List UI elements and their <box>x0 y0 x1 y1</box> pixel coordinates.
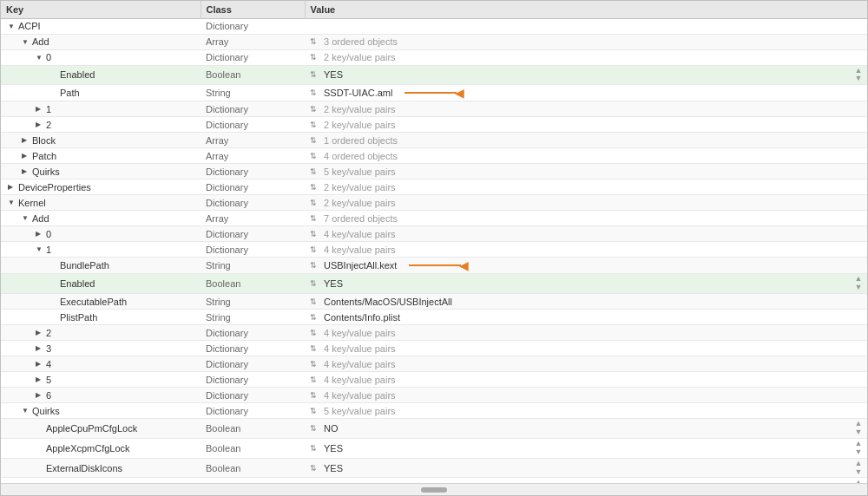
stepper-icon[interactable]: ⇅ <box>310 424 317 433</box>
expand-triangle[interactable]: ▼ <box>22 214 30 222</box>
row-label: 0 <box>46 229 51 239</box>
row-label: ExecutablePath <box>60 297 127 307</box>
row-label: Kernel <box>18 198 46 208</box>
table-row: ▼ACPIDictionary <box>1 18 868 34</box>
arrow-line <box>404 92 457 94</box>
table-row: ▶6Dictionary⇅4 key/value pairs <box>1 388 868 403</box>
value-stepper[interactable]: ▲▼ <box>853 460 864 477</box>
stepper-icon[interactable]: ⇅ <box>310 152 317 160</box>
stepper-icon[interactable]: ⇅ <box>310 344 317 353</box>
key-cell: ▶5 <box>1 372 201 388</box>
table-row: ▼AddArray⇅7 ordered objects <box>1 211 868 226</box>
stepper-icon[interactable]: ⇅ <box>310 297 317 306</box>
stepper-icon[interactable]: ⇅ <box>310 183 317 192</box>
stepper-icon[interactable]: ⇅ <box>310 53 317 62</box>
value-stepper[interactable]: ▲▼ <box>853 420 864 437</box>
meta-value-text: 4 key/value pairs <box>324 359 396 369</box>
expand-triangle[interactable]: ▶ <box>36 105 44 113</box>
value-cell: ⇅YES▲▼ <box>305 458 868 478</box>
value-cell: ⇅1 ordered objects <box>305 133 868 148</box>
stepper-icon[interactable]: ⇅ <box>310 230 317 238</box>
class-cell: Dictionary <box>201 49 305 65</box>
row-label: ExternalDiskIcons <box>46 463 122 473</box>
header-key: Key <box>1 1 201 18</box>
class-cell: Dictionary <box>201 388 305 403</box>
expand-triangle[interactable]: ▶ <box>22 136 30 144</box>
expand-triangle[interactable]: ▶ <box>36 344 44 352</box>
stepper-icon[interactable]: ⇅ <box>310 167 317 176</box>
class-cell: Dictionary <box>201 179 305 195</box>
expand-triangle[interactable]: ▶ <box>36 375 44 383</box>
value-stepper[interactable]: ▲▼ <box>853 67 864 84</box>
key-cell: ▶0 <box>1 226 201 242</box>
stepper-icon[interactable]: ⇅ <box>310 214 317 223</box>
value-text: ⇅4 key/value pairs <box>310 343 396 354</box>
expand-triangle[interactable]: ▼ <box>22 38 30 46</box>
stepper-icon[interactable]: ⇅ <box>310 375 317 384</box>
value-text: ⇅7 ordered objects <box>310 213 398 224</box>
arrow-line <box>409 264 461 266</box>
value-stepper[interactable]: ▲▼ <box>853 275 864 292</box>
plist-table-container[interactable]: Key Class Value ▼ACPIDictionary▼AddArray… <box>0 0 868 496</box>
class-cell: Dictionary <box>201 226 305 242</box>
stepper-icon[interactable]: ⇅ <box>310 136 317 145</box>
expand-triangle[interactable]: ▶ <box>36 391 44 399</box>
expand-triangle[interactable]: ▼ <box>36 54 44 62</box>
stepper-icon[interactable]: ⇅ <box>310 88 317 97</box>
value-cell: ⇅4 key/value pairs <box>305 341 868 356</box>
stepper-icon[interactable]: ⇅ <box>310 199 317 207</box>
stepper-icon[interactable]: ⇅ <box>310 464 317 473</box>
expand-triangle[interactable]: ▶ <box>8 183 16 191</box>
stepper-icon[interactable]: ⇅ <box>310 407 317 415</box>
table-row: BundlePathString⇅USBInjectAll.kext◀ <box>1 258 868 274</box>
value-text: ⇅YES <box>310 443 343 454</box>
meta-value-text: 2 key/value pairs <box>324 104 396 114</box>
stepper-icon[interactable]: ⇅ <box>310 105 317 114</box>
value-cell: ⇅2 key/value pairs <box>305 49 868 65</box>
stepper-icon[interactable]: ⇅ <box>310 261 317 270</box>
expand-triangle[interactable]: ▶ <box>36 329 44 336</box>
expand-triangle[interactable]: ▼ <box>8 199 16 206</box>
row-label: Quirks <box>32 406 60 416</box>
stepper-icon[interactable]: ⇅ <box>310 121 317 129</box>
class-cell: Array <box>201 34 305 49</box>
expand-triangle[interactable]: ▼ <box>22 407 30 414</box>
stepper-icon[interactable]: ⇅ <box>310 279 317 288</box>
expand-triangle[interactable]: ▶ <box>36 360 44 368</box>
class-cell: Boolean <box>201 65 305 85</box>
stepper-icon[interactable]: ⇅ <box>310 444 317 453</box>
expand-triangle[interactable]: ▼ <box>8 23 16 30</box>
class-cell: Dictionary <box>201 101 305 117</box>
key-cell: ▶4 <box>1 356 201 372</box>
string-value-text: YES <box>324 463 343 473</box>
expand-triangle[interactable]: ▶ <box>36 121 44 128</box>
row-label: 6 <box>46 390 51 401</box>
expand-triangle[interactable]: ▶ <box>36 230 44 238</box>
meta-value-text: 7 ordered objects <box>324 213 398 224</box>
table-row: ▶2Dictionary⇅4 key/value pairs <box>1 325 868 341</box>
stepper-icon[interactable]: ⇅ <box>310 360 317 369</box>
value-stepper[interactable]: ▲▼ <box>853 440 864 457</box>
row-label: Block <box>32 135 56 146</box>
expand-triangle[interactable]: ▼ <box>36 245 44 253</box>
meta-value-text: 2 key/value pairs <box>324 52 396 62</box>
table-row: ▶DevicePropertiesDictionary⇅2 key/value … <box>1 179 868 195</box>
header-value: Value <box>305 1 868 18</box>
table-row: ▶0Dictionary⇅4 key/value pairs <box>1 226 868 242</box>
stepper-icon[interactable]: ⇅ <box>310 37 317 46</box>
class-cell: Dictionary <box>201 195 305 211</box>
expand-triangle[interactable]: ▶ <box>22 167 30 175</box>
value-cell: ⇅4 key/value pairs <box>305 226 868 242</box>
scroll-thumb[interactable] <box>421 487 447 493</box>
row-label: BundlePath <box>60 260 109 271</box>
stepper-icon[interactable]: ⇅ <box>310 313 317 322</box>
stepper-icon[interactable]: ⇅ <box>310 329 317 337</box>
stepper-icon[interactable]: ⇅ <box>310 391 317 400</box>
stepper-icon[interactable]: ⇅ <box>310 245 317 254</box>
meta-value-text: 4 key/value pairs <box>324 390 396 401</box>
stepper-icon[interactable]: ⇅ <box>310 70 317 79</box>
expand-triangle[interactable]: ▶ <box>22 152 30 160</box>
arrow-head: ◀ <box>459 258 469 272</box>
scrollbar[interactable] <box>1 483 867 495</box>
row-label: 1 <box>46 104 51 114</box>
